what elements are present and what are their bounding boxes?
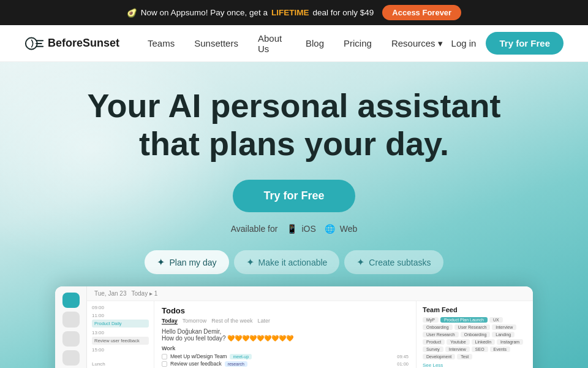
- tab-plan-my-day[interactable]: ✦ Plan my day: [145, 250, 228, 274]
- todo-text-1: Meet Up w/Design Team: [170, 353, 227, 359]
- feature-tabs: ✦ Plan my day ✦ Make it actionable ✦ Cre…: [145, 250, 443, 274]
- feed-tag-ux: UX: [489, 317, 503, 323]
- hero-content: Your AI personal assistant that plans yo…: [87, 62, 500, 236]
- todo-time-2: 01:00: [397, 361, 409, 367]
- app-today-count: Today ▸ 1: [131, 290, 157, 297]
- actionable-tab-label: Make it actionable: [258, 258, 328, 267]
- hero-title: Your AI personal assistant that plans yo…: [87, 86, 500, 163]
- feed-tag-landing: Landing: [492, 332, 514, 337]
- todo-checkbox-2[interactable]: [162, 361, 167, 367]
- feed-tag-survey: Survey: [423, 347, 443, 352]
- feed-tag-user-research2: User Research: [423, 332, 459, 337]
- logo-text: BeforeSunset: [48, 37, 119, 50]
- app-screenshot: Tue, Jan 23 Today ▸ 1 09:00 11:00 Produc…: [55, 286, 533, 368]
- nav-links: Teams Sunsetters About Us Blog Pricing R…: [139, 28, 451, 59]
- app-body: 09:00 11:00 Product Daily 13:00 Review u…: [87, 301, 533, 368]
- todo-item-2: Review user feedback research 01:00: [162, 361, 409, 367]
- schedule-item-review: Review user feedback: [92, 337, 149, 345]
- sidebar-icon-active: [62, 293, 80, 308]
- schedule-item-product: Product Daily: [92, 320, 149, 328]
- logo-icon: [24, 37, 44, 50]
- web-icon: 🌐: [323, 222, 337, 236]
- hero-cta: Try for Free: [87, 180, 500, 212]
- feed-tag-interview: Interview: [492, 324, 516, 330]
- ios-badge: 📱 iOS: [285, 222, 315, 236]
- nav-right: Log in Try for Free: [451, 32, 564, 55]
- banner-text-before: Now on Appsumo! Pay once, get a: [141, 8, 268, 17]
- feed-tag-product-launch: Product Plan Launch: [440, 317, 488, 323]
- todos-tabs: Today Tomorrow Rest of the week Later: [162, 318, 409, 324]
- feed-tag-onboarding2: Onboarding: [461, 332, 491, 337]
- subtasks-tab-label: Create subtasks: [369, 258, 431, 267]
- todo-tag-2: research: [225, 361, 247, 367]
- feed-tag-events: Events: [490, 347, 510, 352]
- todos-title: Todos: [162, 306, 409, 315]
- todo-text-2: Review user feedback: [170, 361, 222, 367]
- feed-tag-development: Development: [423, 354, 455, 359]
- feed-tag-instagram: Instagram: [497, 339, 523, 345]
- available-label: Available for: [231, 224, 278, 234]
- see-less-link[interactable]: See Less: [423, 362, 527, 368]
- nav-resources[interactable]: Resources ▾: [383, 33, 451, 54]
- tab-make-actionable[interactable]: ✦ Make it actionable: [234, 250, 340, 274]
- feed-tag-interview2: Interview: [445, 347, 470, 352]
- web-badge: 🌐 Web: [323, 222, 358, 236]
- nav-sunsetters[interactable]: Sunsetters: [186, 33, 247, 53]
- access-forever-button[interactable]: Access Forever: [382, 5, 461, 20]
- team-feed-title: Team Feed: [423, 306, 527, 313]
- feed-tag-onboarding: Onboarding: [423, 324, 453, 330]
- banner-text-after: deal for only $49: [312, 8, 374, 17]
- tab-rest-week[interactable]: Rest of the week: [211, 318, 252, 324]
- tab-tomorrow[interactable]: Tomorrow: [183, 318, 207, 324]
- feed-tag-user-research: User Research: [454, 324, 491, 330]
- logo[interactable]: BeforeSunset: [24, 37, 119, 50]
- hero-try-button[interactable]: Try for Free: [233, 180, 355, 212]
- todo-greeting: Hello Doğukan Demir, How do you feel tod…: [162, 328, 409, 342]
- nav-try-button[interactable]: Try for Free: [486, 32, 564, 55]
- todo-item-1: Meet Up w/Design Team meet-up 09:45: [162, 353, 409, 359]
- nav-about[interactable]: About Us: [249, 28, 295, 59]
- subtasks-tab-icon: ✦: [356, 256, 364, 268]
- todo-checkbox-1[interactable]: [162, 354, 167, 359]
- navbar: BeforeSunset Teams Sunsetters About Us B…: [0, 25, 588, 62]
- banner-lifetime: LIFETIME: [271, 8, 309, 17]
- sidebar-icon-3: [62, 350, 80, 366]
- login-link[interactable]: Log in: [451, 38, 477, 48]
- app-top-bar: Tue, Jan 23 Today ▸ 1: [87, 286, 533, 301]
- app-main: Tue, Jan 23 Today ▸ 1 09:00 11:00 Produc…: [87, 286, 533, 368]
- nav-blog[interactable]: Blog: [297, 33, 333, 53]
- app-schedule: 09:00 11:00 Product Daily 13:00 Review u…: [87, 301, 154, 368]
- todo-tag-1: meet-up: [230, 354, 252, 359]
- nav-resources-label: Resources: [391, 38, 435, 48]
- feed-tag-myp: MyP: [423, 317, 439, 323]
- actionable-tab-icon: ✦: [246, 256, 254, 268]
- sidebar-icon-2: [62, 331, 80, 347]
- tab-create-subtasks[interactable]: ✦ Create subtasks: [344, 250, 443, 274]
- hero-title-line2: that plans your day.: [139, 125, 449, 162]
- nav-pricing[interactable]: Pricing: [335, 33, 380, 53]
- feed-tag-linkedin: LinkedIn: [472, 339, 495, 345]
- plan-tab-label: Plan my day: [169, 258, 216, 267]
- team-feed-tags: MyP Product Plan Launch UX Onboarding Us…: [423, 317, 527, 359]
- app-sidebar: [55, 286, 87, 368]
- todo-time-1: 09:45: [397, 354, 409, 359]
- hero-title-line1: Your AI personal assistant: [87, 87, 500, 124]
- feed-tag-youtube: Youtube: [447, 339, 469, 345]
- feed-tag-test: Test: [457, 354, 472, 359]
- todos-work-section: Work: [162, 345, 409, 351]
- hero-section: Your AI personal assistant that plans yo…: [0, 62, 588, 368]
- nav-teams[interactable]: Teams: [139, 33, 183, 53]
- top-banner: 🥑 Now on Appsumo! Pay once, get a LIFETI…: [0, 0, 588, 25]
- sidebar-icon-1: [62, 312, 80, 327]
- app-date: Tue, Jan 23: [94, 290, 126, 297]
- ios-icon: 📱: [285, 222, 298, 236]
- app-todos: Todos Today Tomorrow Rest of the week La…: [154, 301, 417, 368]
- feed-tag-product: Product: [423, 339, 445, 345]
- ios-label: iOS: [301, 224, 315, 234]
- tab-today[interactable]: Today: [162, 318, 178, 324]
- available-for: Available for 📱 iOS 🌐 Web: [87, 222, 500, 236]
- tab-later[interactable]: Later: [257, 318, 270, 324]
- web-label: Web: [340, 224, 358, 234]
- banner-emoji: 🥑: [127, 8, 137, 18]
- app-team-feed: Team Feed MyP Product Plan Launch UX Onb…: [417, 301, 533, 368]
